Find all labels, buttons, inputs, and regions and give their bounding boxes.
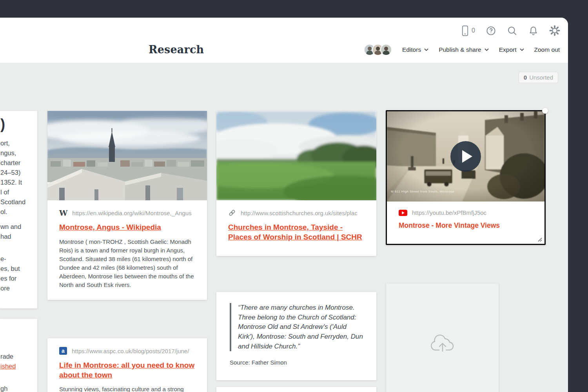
app-header: Research 0 bbox=[0, 18, 568, 63]
cloud-upload-icon bbox=[430, 333, 456, 353]
unsorted-badge[interactable]: 0 Unsorted bbox=[519, 72, 558, 83]
board-title: Research bbox=[149, 44, 204, 56]
bell-icon[interactable] bbox=[528, 25, 539, 36]
app-window: Research 0 bbox=[0, 18, 568, 392]
note-heading-fragment: ) bbox=[0, 116, 35, 132]
video-title[interactable]: Montrose - More Vintage Views bbox=[399, 221, 500, 230]
wikipedia-icon: W bbox=[59, 209, 67, 217]
chevron-down-icon bbox=[520, 48, 524, 51]
resize-handle-icon[interactable] bbox=[537, 237, 543, 242]
upload-dropzone[interactable] bbox=[386, 283, 499, 392]
quote-text: “There are many churches in Montrose. Th… bbox=[230, 303, 363, 351]
avatar[interactable] bbox=[380, 44, 392, 56]
quote-card[interactable]: “There are many churches in Montrose. Th… bbox=[216, 292, 376, 380]
header-icon-row: 0 bbox=[461, 24, 560, 37]
quote-source: Source: Father Simon bbox=[230, 359, 363, 366]
aspc-icon: a bbox=[59, 347, 67, 355]
video-thumbnail: M 611 High Street from South, Montrose bbox=[387, 111, 544, 201]
link-description: Stunning views, fascinating culture and … bbox=[59, 385, 195, 392]
search-icon[interactable] bbox=[507, 25, 517, 36]
fragment-link[interactable]: ished bbox=[0, 363, 16, 370]
video-card[interactable]: M 611 High Street from South, Montrose h… bbox=[386, 110, 546, 245]
link-title[interactable]: Life in Montrose: all you need to know a… bbox=[59, 361, 195, 380]
chevron-down-icon bbox=[424, 48, 428, 51]
link-url: https://youtu.be/xPfBmfjJ5oc bbox=[412, 209, 533, 216]
upload-card[interactable]: Add a caption bbox=[386, 283, 499, 392]
gear-icon[interactable] bbox=[549, 25, 560, 36]
link-url: http://www.scottishchurches.org.uk/sites… bbox=[241, 210, 365, 216]
thumb-caption: M 611 High Street from South, Montrose bbox=[391, 190, 454, 193]
editor-avatars[interactable] bbox=[364, 44, 392, 56]
screen: Research 0 bbox=[0, 0, 588, 392]
link-title[interactable]: Churches in Montrose, Tayside - Places o… bbox=[228, 223, 365, 242]
header-menu-row: Editors Publish & share Export Zoom out bbox=[364, 44, 560, 56]
link-url: https://www.aspc.co.uk/blog/posts/2017/j… bbox=[72, 348, 195, 354]
note-card-fragment-top[interactable]: ) ort, ngus, charter 24–53) 1352. It l o… bbox=[0, 111, 37, 309]
board-canvas[interactable]: 0 Unsorted ) ort, ngus, charter 24–53) 1… bbox=[0, 63, 568, 392]
link-url: https://en.wikipedia.org/wiki/Montrose,_… bbox=[72, 210, 195, 216]
play-button[interactable] bbox=[450, 141, 481, 172]
export-menu[interactable]: Export bbox=[499, 46, 524, 53]
editors-menu[interactable]: Editors bbox=[402, 46, 428, 53]
link-title[interactable]: Montrose, Angus - Wikipedia bbox=[59, 223, 161, 232]
link-card-wikipedia[interactable]: W https://en.wikipedia.org/wiki/Montrose… bbox=[47, 111, 207, 300]
link-icon bbox=[228, 209, 236, 217]
publish-share-menu[interactable]: Publish & share bbox=[439, 46, 489, 53]
selection-handle[interactable] bbox=[542, 108, 548, 114]
link-card-aspc[interactable]: a https://www.aspc.co.uk/blog/posts/2017… bbox=[47, 338, 207, 392]
zoom-out-button[interactable]: Zoom out bbox=[534, 46, 560, 53]
mobile-count: 0 bbox=[472, 27, 475, 34]
link-card-churches[interactable]: http://www.scottishchurches.org.uk/sites… bbox=[216, 111, 376, 256]
note-card-fragment-bottom[interactable]: rade ished gh bbox=[0, 319, 37, 392]
list-card[interactable]: •Flooding from high seas •Occasional coa… bbox=[216, 387, 376, 392]
chevron-down-icon bbox=[485, 48, 489, 51]
link-description: Montrose ( mon-TROHZ , Scottish Gaelic: … bbox=[59, 238, 195, 289]
field-thumbnail bbox=[216, 111, 376, 200]
youtube-icon bbox=[399, 210, 407, 216]
montrose-town-thumbnail bbox=[47, 111, 207, 200]
mobile-icon[interactable]: 0 bbox=[461, 25, 475, 36]
help-icon[interactable] bbox=[486, 25, 496, 36]
